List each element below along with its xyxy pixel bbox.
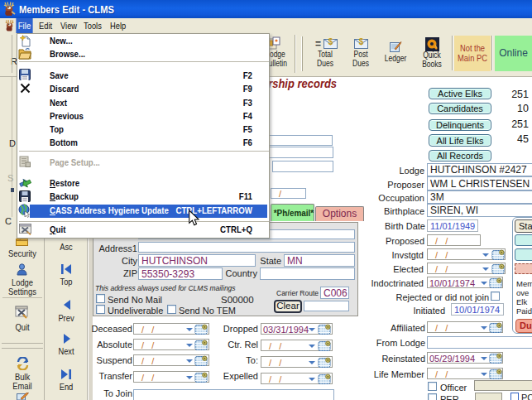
svg-text:$: $ <box>359 37 364 46</box>
svg-text:$: $ <box>328 37 333 46</box>
